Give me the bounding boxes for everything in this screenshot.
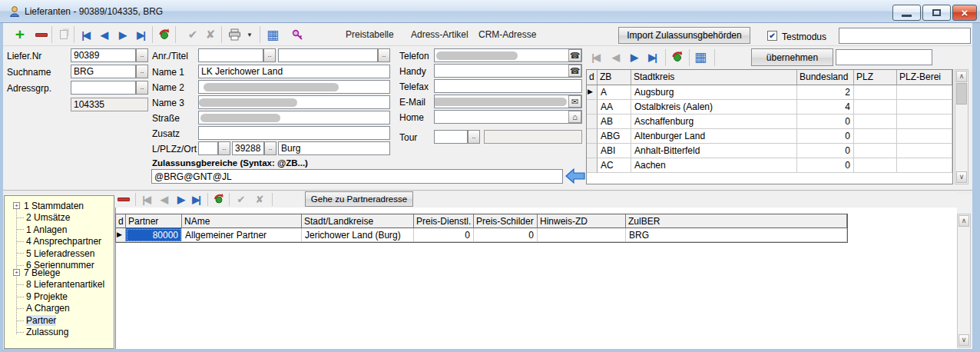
partner-first-button[interactable]: |◀ (137, 191, 154, 207)
cell-plz[interactable] (854, 158, 897, 173)
tree-item-chargen[interactable]: A Chargen (26, 303, 70, 314)
tour-lookup-button[interactable]: .. (468, 130, 480, 144)
table-view-button[interactable]: ▦ (264, 26, 281, 43)
table-row[interactable]: ABI Anhalt-Bitterfeld 0 (587, 144, 952, 158)
tree-item-lieferantenartikel[interactable]: 8 Lieferantenartikel (26, 279, 104, 290)
tree-expand-box[interactable]: + (13, 269, 20, 276)
name3-field[interactable] (198, 95, 390, 109)
zb-grid-scrollbar[interactable]: ∧ ∨ (955, 69, 968, 184)
table-row[interactable]: ▶ A Augsburg 2 (587, 85, 952, 100)
cell-stadtkreis[interactable]: Anhalt-Bitterfeld (631, 144, 797, 158)
tree-item-anlagen[interactable]: 1 Anlagen (26, 224, 67, 235)
zusatz-field[interactable] (198, 126, 390, 140)
zb-col-stadtkreis[interactable]: Stadtkreis (631, 70, 797, 85)
gehe-zu-partneradresse-button[interactable]: Gehe zu Partneradresse (305, 191, 413, 207)
cell-zb[interactable]: AB (598, 115, 631, 129)
telefon-field[interactable] (434, 48, 582, 62)
key-button[interactable] (289, 26, 306, 43)
zb-col-bundesland[interactable]: Bundesland (797, 70, 854, 85)
cell-plz[interactable] (854, 100, 897, 115)
zb-last-button[interactable]: ▶| (644, 48, 661, 65)
zb-col-plz-bereich[interactable]: PLZ-Berei (897, 70, 952, 85)
zb-col-zb[interactable]: ZB (598, 70, 631, 85)
telefon-dial-button[interactable]: ☎ (568, 49, 581, 61)
cell-bundesland[interactable]: 0 (797, 158, 854, 173)
import-zulassungsbehoerden-button[interactable]: Import Zulassunsgbehörden (618, 27, 750, 44)
tour-field[interactable] (434, 130, 468, 144)
partner-delete-button[interactable] (115, 191, 132, 207)
handy-field[interactable] (434, 64, 582, 78)
anrede-lookup-button[interactable]: .. (263, 48, 276, 62)
liefer-nr-field[interactable] (71, 48, 136, 62)
cell-plz-bereich[interactable] (897, 158, 952, 173)
cell-hinweis-zd[interactable] (538, 228, 626, 242)
partner-next-button[interactable]: ▶ (172, 191, 189, 207)
cell-bundesland[interactable]: 4 (797, 100, 854, 115)
telefax-field[interactable] (434, 79, 582, 93)
cell-zulber[interactable]: BRG (626, 228, 847, 242)
plz-field[interactable] (232, 141, 264, 155)
cell-plz-bereich[interactable] (897, 144, 952, 158)
name1-field[interactable] (198, 65, 390, 78)
anrede-field[interactable] (198, 48, 263, 62)
cell-plz[interactable] (854, 85, 897, 100)
menu-preistabelle[interactable]: Preistabelle (346, 29, 394, 40)
cell-preis-dienstl[interactable]: 0 (414, 228, 474, 242)
table-row[interactable]: AB Aschaffenburg 0 (587, 115, 952, 129)
scrollbar-thumb[interactable] (956, 83, 967, 105)
table-row[interactable]: ▶ 80000 Allgemeiner Partner Jerichower L… (116, 228, 847, 242)
scroll-up-button[interactable]: ∧ (958, 215, 969, 227)
partner-col-preis-schilder[interactable]: Preis-Schilder (474, 214, 538, 228)
cell-zb[interactable]: ABI (598, 144, 631, 158)
name2-field[interactable] (198, 80, 390, 94)
land-field[interactable] (198, 141, 218, 155)
scroll-down-button[interactable]: ∨ (956, 171, 967, 183)
zb-table-button[interactable]: ▦ (692, 48, 709, 65)
adressgrp-field[interactable] (71, 81, 136, 95)
partner-cancel-button[interactable]: ✘ (251, 191, 268, 207)
last-record-button[interactable]: ▶| (132, 26, 149, 43)
ort-field[interactable] (278, 141, 390, 155)
partner-post-button[interactable]: ✔ (233, 191, 250, 207)
plz-lookup-button[interactable]: .. (264, 141, 276, 155)
tree-item-partner[interactable]: Partner (26, 315, 56, 326)
cancel-button[interactable]: ✘ (202, 26, 219, 43)
tree-item-lieferadressen[interactable]: 5 Lieferadressen (26, 248, 94, 259)
print-dropdown-button[interactable]: ▼ (244, 26, 255, 43)
cell-zb[interactable]: AC (598, 158, 631, 173)
zb-col-plz[interactable]: PLZ (854, 70, 897, 85)
cell-stadtkreis[interactable]: Ostalbkreis (Aalen) (631, 100, 797, 115)
apply-left-arrow-icon[interactable] (565, 168, 585, 184)
tree-item-zulassung[interactable]: Zulassung (26, 327, 68, 337)
table-row[interactable]: AA Ostalbkreis (Aalen) 4 (587, 100, 952, 115)
cell-plz-bereich[interactable] (897, 100, 952, 115)
tree-item-belege[interactable]: 7 Belege (24, 267, 60, 278)
cell-stadtkreis[interactable]: Altenburger Land (631, 129, 797, 144)
next-record-button[interactable]: ▶ (114, 26, 131, 43)
partner-prev-button[interactable]: ◀ (155, 191, 172, 207)
cell-preis-schilder[interactable]: 0 (474, 228, 538, 242)
land-lookup-button[interactable]: .. (218, 141, 230, 155)
cell-stadtkreis[interactable]: Augsburg (631, 85, 797, 100)
toolbar-right-input[interactable] (839, 28, 971, 44)
scroll-down-button[interactable]: ∨ (958, 334, 969, 346)
menu-crm-adresse[interactable]: CRM-Adresse (478, 29, 536, 40)
minimize-button[interactable] (892, 5, 921, 21)
cell-bundesland[interactable]: 2 (797, 85, 854, 100)
tree-item-projekte[interactable]: 9 Projekte (26, 291, 68, 302)
cell-plz-bereich[interactable] (897, 115, 952, 129)
zb-prev-button[interactable]: ◀ (607, 48, 624, 65)
zb-first-button[interactable]: |◀ (587, 48, 604, 65)
send-mail-button[interactable]: ✉ (568, 95, 581, 108)
cell-stadtkreis[interactable]: Aschaffenburg (631, 115, 797, 129)
table-row[interactable]: ABG Altenburger Land 0 (587, 129, 952, 144)
partner-col-d[interactable]: d (116, 214, 126, 228)
partner-col-partner[interactable]: Partner (126, 214, 182, 228)
partner-grid-scrollbar[interactable]: ∧ ∨ (957, 214, 971, 347)
delete-record-button[interactable] (33, 26, 50, 43)
cell-zb[interactable]: AA (598, 100, 631, 115)
tree-item-ansprechpartner[interactable]: 4 Ansprechpartner (26, 236, 101, 247)
refresh-button[interactable] (156, 26, 173, 43)
cell-bundesland[interactable]: 0 (797, 115, 854, 129)
cell-plz[interactable] (854, 144, 897, 158)
